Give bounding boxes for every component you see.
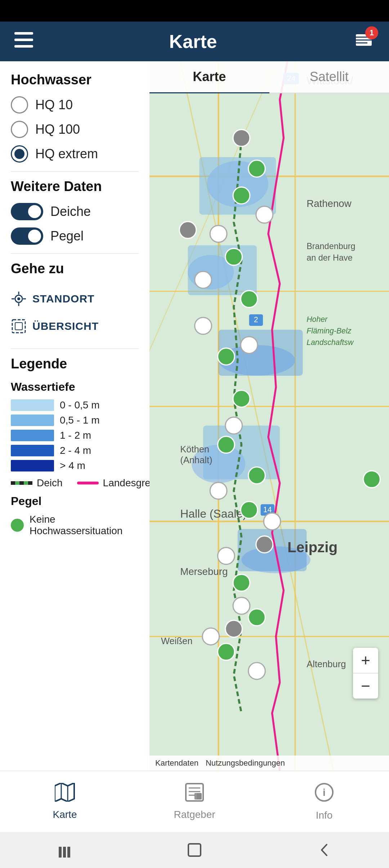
svg-text:2: 2 xyxy=(254,315,258,324)
map-attribution: Kartendaten Nutzungsbedingungen xyxy=(149,756,389,771)
radio-hq10[interactable]: HQ 10 xyxy=(11,96,139,114)
depth-item-2: 1 - 2 m xyxy=(11,430,139,441)
page-title: Karte xyxy=(169,31,217,52)
radio-hq10-outer xyxy=(11,96,28,114)
depth-item-0: 0 - 0,5 m xyxy=(11,399,139,411)
tab-satellit[interactable]: Satellit xyxy=(269,61,389,93)
depth-color-4 xyxy=(11,460,54,471)
svg-text:Altenburg: Altenburg xyxy=(307,659,346,669)
pegel-legend-section: Pegel Keine Hochwassersituation xyxy=(11,495,139,537)
svg-point-57 xyxy=(225,248,242,265)
deich-legend-item: Deich xyxy=(11,477,63,489)
divider-1 xyxy=(11,171,139,172)
deich-line-icon xyxy=(11,481,32,485)
svg-point-75 xyxy=(264,513,281,530)
tab-karte[interactable]: Karte xyxy=(149,61,269,93)
depth-label-4: > 4 m xyxy=(60,460,85,471)
depth-color-1 xyxy=(11,415,54,426)
multitask-button[interactable] xyxy=(54,839,76,861)
svg-point-70 xyxy=(195,271,212,288)
toggle-deiche-knob xyxy=(28,205,41,218)
zoom-out-button[interactable]: − xyxy=(353,673,378,699)
svg-rect-98 xyxy=(188,844,201,856)
radio-hq10-label: HQ 10 xyxy=(35,97,73,112)
svg-text:(Anhalt): (Anhalt) xyxy=(180,455,212,465)
svg-point-68 xyxy=(256,206,273,223)
svg-point-65 xyxy=(233,574,250,591)
toggle-deiche-label: Deiche xyxy=(50,204,91,219)
svg-rect-13 xyxy=(12,320,25,333)
svg-point-58 xyxy=(241,291,258,307)
radio-hqextrem-inner xyxy=(14,149,24,159)
svg-rect-1 xyxy=(14,39,33,41)
bottom-nav: Karte Ratgeber i Info xyxy=(0,771,389,832)
depth-label-1: 0,5 - 1 m xyxy=(60,415,99,426)
notification-button[interactable]: 1 xyxy=(353,30,375,53)
attribution-kartendaten[interactable]: Kartendaten xyxy=(155,758,198,768)
svg-rect-95 xyxy=(59,847,62,858)
weitere-daten-title: Weitere Daten xyxy=(11,179,139,194)
landesgrenze-legend-label: Landesgrenze xyxy=(103,477,149,489)
divider-3 xyxy=(11,349,139,349)
pegel-item-green: Keine Hochwassersituation xyxy=(11,514,139,537)
nav-karte-label: Karte xyxy=(53,809,77,820)
svg-point-63 xyxy=(241,501,258,518)
svg-point-60 xyxy=(233,390,250,407)
depth-color-0 xyxy=(11,399,54,411)
nav-ratgeber-label: Ratgeber xyxy=(174,809,215,820)
svg-point-73 xyxy=(225,417,242,434)
svg-text:Brandenburg: Brandenburg xyxy=(307,242,355,251)
depth-color-2 xyxy=(11,430,54,441)
svg-point-69 xyxy=(210,225,227,242)
toggle-pegel-switch[interactable] xyxy=(11,227,43,245)
svg-rect-2 xyxy=(14,45,33,48)
nav-ratgeber[interactable]: Ratgeber xyxy=(130,783,259,820)
svg-point-67 xyxy=(218,643,234,660)
radio-hq100-label: HQ 100 xyxy=(35,122,80,137)
uebersicht-icon xyxy=(11,318,27,334)
nav-info[interactable]: i Info xyxy=(259,782,389,821)
nav-info-label: Info xyxy=(316,810,333,821)
svg-rect-14 xyxy=(15,323,22,330)
back-button[interactable] xyxy=(313,839,335,861)
svg-text:Halle (Saale): Halle (Saale) xyxy=(180,507,246,520)
home-button[interactable] xyxy=(184,839,205,861)
svg-text:Weißen: Weißen xyxy=(161,636,192,646)
pegel-subtitle: Pegel xyxy=(11,495,139,508)
radio-hqextrem-label: HQ extrem xyxy=(35,146,98,161)
zoom-in-button[interactable]: + xyxy=(353,648,378,673)
left-panel: Hochwasser HQ 10 HQ 100 HQ extrem Weiter… xyxy=(0,61,149,771)
svg-point-59 xyxy=(218,348,234,365)
divider-2 xyxy=(11,253,139,254)
radio-hqextrem[interactable]: HQ extrem xyxy=(11,145,139,163)
map-area[interactable]: Wittstock/ Rathenow Brandenburg an der H… xyxy=(149,61,389,771)
attribution-nutzung[interactable]: Nutzungsbedingungen xyxy=(206,758,285,768)
svg-point-80 xyxy=(233,129,250,146)
pegel-green-label: Keine Hochwassersituation xyxy=(30,514,139,537)
svg-point-81 xyxy=(179,222,196,239)
svg-text:i: i xyxy=(323,787,326,798)
toggle-pegel-label: Pegel xyxy=(50,229,84,244)
system-nav xyxy=(0,832,389,868)
depth-item-1: 0,5 - 1 m xyxy=(11,415,139,426)
goto-uebersicht[interactable]: ÜBERSICHT xyxy=(11,313,139,340)
toggle-deiche-switch[interactable] xyxy=(11,203,43,220)
depth-item-4: > 4 m xyxy=(11,460,139,471)
svg-point-55 xyxy=(249,160,265,177)
hamburger-button[interactable] xyxy=(14,31,33,52)
goto-standort[interactable]: STANDORT xyxy=(11,285,139,313)
radio-hq100[interactable]: HQ 100 xyxy=(11,121,139,138)
toggle-deiche[interactable]: Deiche xyxy=(11,203,139,220)
standort-icon xyxy=(11,291,27,307)
wassertiefe-subtitle: Wassertiefe xyxy=(11,380,139,394)
depth-item-3: 2 - 4 m xyxy=(11,445,139,456)
svg-text:Hoher: Hoher xyxy=(307,315,328,324)
karte-nav-icon xyxy=(55,783,75,806)
nav-karte[interactable]: Karte xyxy=(0,783,130,820)
svg-point-61 xyxy=(218,436,234,453)
app-header: Karte 1 xyxy=(0,22,389,61)
landesgrenze-line-icon xyxy=(77,482,99,484)
svg-point-74 xyxy=(210,482,227,499)
toggle-pegel[interactable]: Pegel xyxy=(11,227,139,245)
svg-text:Rathenow: Rathenow xyxy=(307,198,352,209)
